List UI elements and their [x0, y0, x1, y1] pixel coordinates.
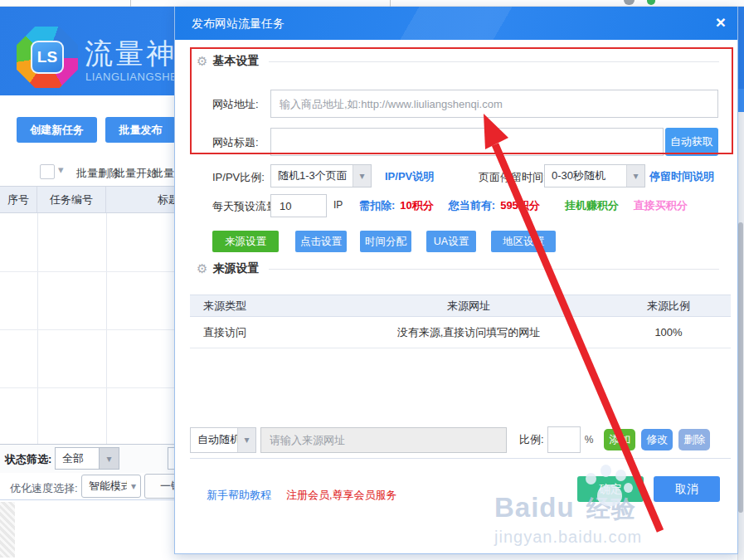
batch-start-link[interactable]: 批量开始: [114, 166, 158, 181]
deduct-value: 10积分: [400, 198, 433, 213]
batch-delete-link[interactable]: 批量删除: [76, 166, 119, 181]
auto-fetch-button[interactable]: 自动获取: [665, 128, 718, 156]
add-source-button[interactable]: 添加: [604, 429, 635, 450]
dialog-title: 发布网站流量任务: [192, 17, 284, 32]
col-source-ratio: 来源比例: [606, 299, 731, 314]
publish-task-dialog: 发布网站流量任务 × ⚙ 基本设置 网站地址: 网站标题: 自动获取 IP/PV…: [174, 7, 738, 554]
cell-source-url: 没有来源,直接访问填写的网址: [331, 325, 606, 340]
site-url-label: 网站地址:: [212, 97, 259, 112]
gear-icon: ⚙: [197, 54, 207, 69]
strip-divider: [390, 0, 391, 7]
footer-links: 新手帮助教程 注册会员,尊享会员服务: [207, 488, 397, 503]
ip-pv-label: IP/PV比例:: [212, 170, 265, 185]
ratio-label: 比例:: [519, 432, 544, 447]
site-title-label: 网站标题:: [212, 135, 259, 150]
col-source-type: 来源类型: [190, 299, 331, 314]
cell-source-ratio: 100%: [606, 326, 731, 338]
chevron-down-icon[interactable]: ▾: [626, 165, 644, 187]
cell-source-type: 直接访问: [190, 325, 331, 340]
points-info-row: 需扣除: 10积分 您当前有: 595积分 挂机赚积分 直接买积分: [359, 198, 688, 213]
tab-time-allocation[interactable]: 时间分配: [360, 231, 411, 252]
deduct-label: 需扣除:: [359, 198, 395, 213]
grid-line: [0, 329, 174, 330]
column-header-task-id: 任务编号: [37, 187, 106, 212]
site-url-input[interactable]: [270, 90, 718, 118]
source-settings-section-header: ⚙ 来源设置: [197, 261, 719, 276]
underlying-window-edge: [737, 89, 744, 112]
balance-label: 您当前有:: [449, 198, 495, 213]
status-filter-select[interactable]: 全部 ▾: [55, 447, 119, 470]
delete-source-button[interactable]: 删除: [678, 429, 710, 450]
status-filter-value: 全部: [56, 451, 99, 466]
daily-traffic-input[interactable]: [270, 194, 327, 217]
create-task-button[interactable]: 创建新任务: [17, 117, 97, 143]
stay-time-value: 0-30秒随机: [545, 168, 626, 183]
divider: [0, 499, 174, 500]
balance-value: 595积分: [500, 198, 540, 213]
grid-line: [0, 271, 174, 272]
chevron-down-icon[interactable]: ▾: [127, 475, 140, 497]
ip-pv-select[interactable]: 随机1-3个页面 ▾: [270, 164, 372, 187]
source-url-input[interactable]: [260, 427, 507, 453]
grid-line: [0, 387, 174, 388]
tab-ua-settings[interactable]: UA设置: [426, 231, 476, 252]
chevron-down-icon[interactable]: ▾: [58, 163, 64, 176]
column-header-index: 序号: [0, 187, 37, 212]
select-all-checkbox[interactable]: [40, 164, 55, 179]
divider: [269, 269, 719, 270]
speed-select-label: 优化速度选择:: [10, 481, 78, 496]
table-row[interactable]: 直接访问 没有来源,直接访问填写的网址 100%: [190, 317, 731, 348]
status-filter-label: 状态筛选:: [5, 452, 51, 467]
source-type-value: 自动随机来源: [191, 432, 237, 447]
logo-monogram: LS: [31, 41, 64, 74]
modify-source-button[interactable]: 修改: [641, 429, 673, 450]
tab-click-settings[interactable]: 点击设置: [295, 231, 347, 252]
strip-divider: [130, 0, 131, 7]
member-register-link[interactable]: 注册会员,尊享会员服务: [286, 488, 397, 503]
source-table-header: 来源类型 来源网址 来源比例: [190, 295, 731, 317]
tab-region-settings[interactable]: 地区设置: [491, 231, 556, 252]
resize-texture: [0, 502, 15, 558]
buy-points-link[interactable]: 直接买积分: [634, 198, 688, 213]
beginner-help-link[interactable]: 新手帮助教程: [207, 488, 271, 503]
tab-source-settings[interactable]: 来源设置: [212, 231, 279, 252]
status-dot-fragment: [647, 0, 655, 5]
daily-traffic-unit: IP: [333, 199, 343, 211]
divider: [269, 61, 719, 62]
site-title-input[interactable]: [270, 128, 664, 156]
source-editor-row: 自动随机来源 ▾ 比例: % 添加 修改 删除: [190, 421, 731, 458]
chevron-down-icon[interactable]: ▾: [99, 448, 119, 469]
grid-line: [37, 213, 38, 444]
batch-publish-button[interactable]: 批量发布: [105, 117, 176, 143]
confirm-button[interactable]: 确定: [577, 476, 644, 502]
scrollbar-thumb[interactable]: [738, 222, 743, 513]
chevron-down-icon[interactable]: ▾: [237, 428, 255, 452]
settings-gear-icon-fragment: [624, 0, 635, 5]
section-title: 来源设置: [212, 261, 259, 276]
stay-time-select[interactable]: 0-30秒随机 ▾: [544, 164, 645, 187]
speed-mode-value: 智能模式: [82, 479, 127, 494]
percent-sign: %: [585, 434, 594, 446]
underlying-window-strip: [0, 0, 744, 7]
chevron-down-icon[interactable]: ▾: [353, 165, 371, 187]
grid-line: [106, 213, 107, 444]
table-empty-area: [190, 348, 731, 421]
section-title: 基本设置: [212, 54, 259, 69]
watermark-url: jingyan.baidu.com: [494, 528, 735, 547]
close-icon[interactable]: ×: [716, 12, 726, 32]
basic-settings-section-header: ⚙ 基本设置: [197, 54, 719, 69]
stay-time-help-link[interactable]: 停留时间说明: [649, 169, 714, 184]
col-source-url: 来源网址: [331, 299, 606, 314]
ratio-input[interactable]: [547, 426, 581, 453]
speed-mode-select[interactable]: 智能模式 ▾: [81, 475, 141, 498]
gear-icon: ⚙: [197, 261, 207, 276]
app-screen: LS 流量神器 LIANGLIANGSHENQI 创建新任务 批量发布 ▾ 批量…: [0, 0, 744, 560]
ip-pv-value: 随机1-3个页面: [271, 168, 353, 183]
earn-points-link[interactable]: 挂机赚积分: [565, 198, 619, 213]
ip-pv-help-link[interactable]: IP/PV说明: [385, 169, 434, 184]
cancel-button[interactable]: 取消: [654, 476, 720, 502]
source-type-select[interactable]: 自动随机来源 ▾: [190, 427, 256, 453]
stay-time-label: 页面停留时间:: [479, 170, 547, 185]
source-table: 来源类型 来源网址 来源比例 直接访问 没有来源,直接访问填写的网址 100% …: [190, 295, 731, 459]
